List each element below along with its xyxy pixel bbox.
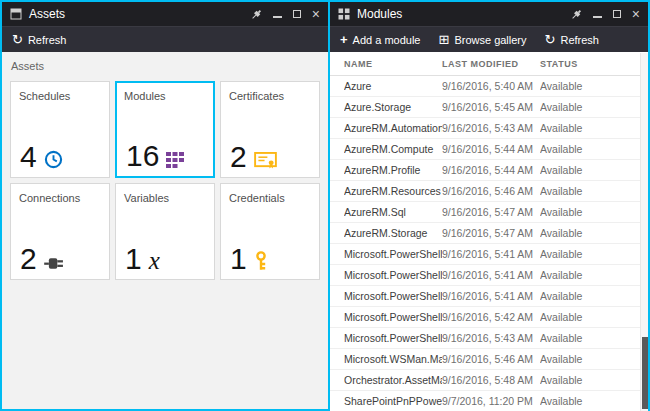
cell-modified: 9/16/2016, 5:44 AM bbox=[442, 164, 540, 176]
table-row[interactable]: AzureRM.Storage9/16/2016, 5:47 AMAvailab… bbox=[330, 223, 648, 244]
pin-icon[interactable] bbox=[251, 9, 262, 20]
tile-variables[interactable]: Variables 1 x bbox=[115, 183, 215, 280]
scrollbar-thumb[interactable] bbox=[642, 337, 648, 409]
minimize-icon[interactable] bbox=[593, 11, 602, 18]
variable-x-icon: x bbox=[149, 250, 160, 273]
table-row[interactable]: Azure9/16/2016, 5:40 AMAvailable bbox=[330, 76, 648, 97]
table-row[interactable]: AzureRM.Sql9/16/2016, 5:47 AMAvailable bbox=[330, 202, 648, 223]
table-row[interactable]: AzureRM.Compute9/16/2016, 5:44 AMAvailab… bbox=[330, 139, 648, 160]
blade-title: Assets bbox=[29, 7, 65, 21]
window-controls: × bbox=[571, 7, 640, 21]
modules-blade-header: Modules × bbox=[330, 2, 648, 26]
modules-toolbar: + Add a module ⊞ Browse gallery ↻ Refres… bbox=[330, 26, 648, 52]
blade-title: Modules bbox=[357, 7, 402, 21]
refresh-button[interactable]: ↻ Refresh bbox=[12, 33, 66, 46]
browse-gallery-label: Browse gallery bbox=[454, 34, 526, 46]
azure-portal-blades: Assets × ↻ Refresh Assets Schedules bbox=[0, 0, 650, 411]
tile-modules[interactable]: Modules 16 bbox=[115, 81, 215, 178]
window-controls: × bbox=[251, 7, 320, 21]
refresh-icon: ↻ bbox=[12, 33, 23, 46]
table-row[interactable]: SharePointPnPPowerShellOnline9/7/2016, 1… bbox=[330, 391, 648, 411]
modules-blade-icon bbox=[338, 8, 350, 20]
tile-count: 1 bbox=[125, 245, 142, 272]
cell-modified: 9/16/2016, 5:46 AM bbox=[442, 353, 540, 365]
close-icon[interactable]: × bbox=[632, 7, 640, 21]
add-icon: + bbox=[340, 33, 348, 46]
column-header-last-modified: LAST MODIFIED bbox=[442, 59, 540, 69]
table-row[interactable]: AzureRM.Profile9/16/2016, 5:44 AMAvailab… bbox=[330, 160, 648, 181]
cell-status: Available bbox=[540, 332, 638, 344]
cell-modified: 9/16/2016, 5:41 AM bbox=[442, 290, 540, 302]
cell-name: Microsoft.PowerShell.Manage... bbox=[344, 290, 442, 302]
cell-name: AzureRM.Compute bbox=[344, 143, 442, 155]
cell-name: Microsoft.PowerShell.Core bbox=[344, 248, 442, 260]
column-header-status: STATUS bbox=[540, 59, 638, 69]
cell-modified: 9/16/2016, 5:41 AM bbox=[442, 269, 540, 281]
add-module-button[interactable]: + Add a module bbox=[340, 33, 420, 46]
pin-icon[interactable] bbox=[571, 9, 582, 20]
tile-label: Modules bbox=[124, 90, 206, 102]
tile-certificates[interactable]: Certificates 2 bbox=[220, 81, 320, 178]
tile-label: Variables bbox=[124, 192, 206, 204]
cell-status: Available bbox=[540, 395, 638, 407]
cell-modified: 9/16/2016, 5:47 AM bbox=[442, 206, 540, 218]
assets-toolbar: ↻ Refresh bbox=[2, 26, 328, 52]
assets-blade-icon bbox=[10, 8, 22, 20]
close-icon[interactable]: × bbox=[312, 7, 320, 21]
table-row[interactable]: Microsoft.PowerShell.Diagnost...9/16/201… bbox=[330, 265, 648, 286]
table-row[interactable]: AzureRM.Automation9/16/2016, 5:43 AMAvai… bbox=[330, 118, 648, 139]
table-row[interactable]: Microsoft.WSMan.Management9/16/2016, 5:4… bbox=[330, 349, 648, 370]
scrollbar-track[interactable] bbox=[640, 53, 648, 411]
browse-gallery-button[interactable]: ⊞ Browse gallery bbox=[438, 33, 526, 46]
tile-schedules[interactable]: Schedules 4 bbox=[10, 81, 110, 178]
modules-blade: Modules × + Add a module ⊞ Browse galler… bbox=[330, 0, 650, 411]
cell-name: AzureRM.Sql bbox=[344, 206, 442, 218]
table-row[interactable]: Microsoft.PowerShell.Manage...9/16/2016,… bbox=[330, 286, 648, 307]
tile-label: Certificates bbox=[229, 90, 311, 102]
cell-modified: 9/16/2016, 5:40 AM bbox=[442, 80, 540, 92]
cell-status: Available bbox=[540, 311, 638, 323]
table-row[interactable]: Azure.Storage9/16/2016, 5:45 AMAvailable bbox=[330, 97, 648, 118]
clock-icon bbox=[44, 150, 63, 169]
tile-credentials[interactable]: Credentials 1 bbox=[220, 183, 320, 280]
table-row[interactable]: AzureRM.Resources9/16/2016, 5:46 AMAvail… bbox=[330, 181, 648, 202]
cell-status: Available bbox=[540, 80, 638, 92]
table-row[interactable]: Microsoft.PowerShell.Core9/16/2016, 5:41… bbox=[330, 244, 648, 265]
maximize-icon[interactable] bbox=[613, 10, 621, 18]
asset-tiles: Schedules 4 Modules 16 bbox=[10, 81, 320, 280]
cell-status: Available bbox=[540, 143, 638, 155]
cell-status: Available bbox=[540, 353, 638, 365]
certificate-icon bbox=[254, 152, 277, 169]
cell-name: Azure bbox=[344, 80, 442, 92]
cell-name: SharePointPnPPowerShellOnline bbox=[344, 395, 442, 407]
cell-name: Microsoft.PowerShell.Diagnost... bbox=[344, 269, 442, 281]
refresh-label: Refresh bbox=[560, 34, 599, 46]
cell-name: Microsoft.WSMan.Management bbox=[344, 353, 442, 365]
table-row[interactable]: Orchestrator.AssetManageme...9/16/2016, … bbox=[330, 370, 648, 391]
modules-table: NAME LAST MODIFIED STATUS Azure9/16/2016… bbox=[330, 52, 648, 411]
refresh-icon: ↻ bbox=[545, 33, 556, 46]
maximize-icon[interactable] bbox=[293, 10, 301, 18]
browse-gallery-icon: ⊞ bbox=[438, 33, 449, 46]
tile-count: 4 bbox=[20, 143, 37, 170]
refresh-button[interactable]: ↻ Refresh bbox=[545, 33, 599, 46]
cell-name: Orchestrator.AssetManageme... bbox=[344, 374, 442, 386]
tile-connections[interactable]: Connections 2 bbox=[10, 183, 110, 280]
refresh-label: Refresh bbox=[28, 34, 67, 46]
tile-label: Credentials bbox=[229, 192, 311, 204]
cell-modified: 9/16/2016, 5:43 AM bbox=[442, 332, 540, 344]
cell-modified: 9/16/2016, 5:41 AM bbox=[442, 248, 540, 260]
cell-status: Available bbox=[540, 206, 638, 218]
table-row[interactable]: Microsoft.PowerShell.Utility9/16/2016, 5… bbox=[330, 328, 648, 349]
cell-modified: 9/16/2016, 5:47 AM bbox=[442, 227, 540, 239]
cell-status: Available bbox=[540, 248, 638, 260]
modules-icon bbox=[166, 152, 184, 168]
minimize-icon[interactable] bbox=[273, 11, 282, 18]
cell-modified: 9/7/2016, 11:20 PM bbox=[442, 395, 540, 407]
assets-section-label: Assets bbox=[11, 60, 320, 72]
cell-modified: 9/16/2016, 5:45 AM bbox=[442, 101, 540, 113]
cell-name: Microsoft.PowerShell.Security bbox=[344, 311, 442, 323]
table-row[interactable]: Microsoft.PowerShell.Security9/16/2016, … bbox=[330, 307, 648, 328]
cell-modified: 9/16/2016, 5:43 AM bbox=[442, 122, 540, 134]
cell-modified: 9/16/2016, 5:46 AM bbox=[442, 185, 540, 197]
